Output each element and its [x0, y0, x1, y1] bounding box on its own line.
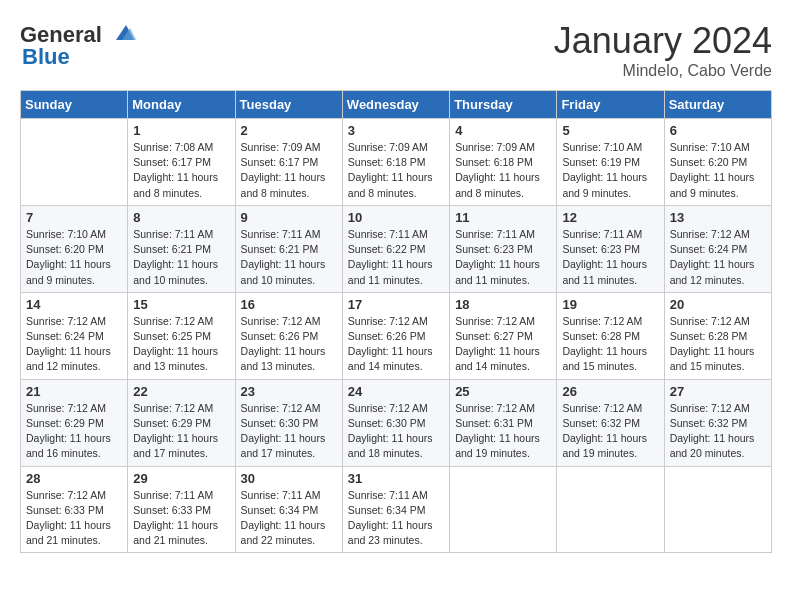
day-number: 12 [562, 210, 658, 225]
calendar-cell: 19Sunrise: 7:12 AMSunset: 6:28 PMDayligh… [557, 292, 664, 379]
day-number: 27 [670, 384, 766, 399]
day-info: Sunrise: 7:12 AMSunset: 6:26 PMDaylight:… [241, 314, 337, 375]
day-info: Sunrise: 7:11 AMSunset: 6:23 PMDaylight:… [562, 227, 658, 288]
day-number: 2 [241, 123, 337, 138]
day-info: Sunrise: 7:12 AMSunset: 6:28 PMDaylight:… [562, 314, 658, 375]
weekday-header-row: SundayMondayTuesdayWednesdayThursdayFrid… [21, 91, 772, 119]
calendar-cell: 14Sunrise: 7:12 AMSunset: 6:24 PMDayligh… [21, 292, 128, 379]
day-number: 28 [26, 471, 122, 486]
day-info: Sunrise: 7:12 AMSunset: 6:31 PMDaylight:… [455, 401, 551, 462]
day-number: 7 [26, 210, 122, 225]
day-number: 6 [670, 123, 766, 138]
weekday-header-saturday: Saturday [664, 91, 771, 119]
week-row-1: 1Sunrise: 7:08 AMSunset: 6:17 PMDaylight… [21, 119, 772, 206]
day-info: Sunrise: 7:11 AMSunset: 6:23 PMDaylight:… [455, 227, 551, 288]
day-info: Sunrise: 7:11 AMSunset: 6:22 PMDaylight:… [348, 227, 444, 288]
day-number: 14 [26, 297, 122, 312]
calendar-cell: 12Sunrise: 7:11 AMSunset: 6:23 PMDayligh… [557, 205, 664, 292]
day-info: Sunrise: 7:10 AMSunset: 6:19 PMDaylight:… [562, 140, 658, 201]
calendar-cell: 6Sunrise: 7:10 AMSunset: 6:20 PMDaylight… [664, 119, 771, 206]
day-number: 17 [348, 297, 444, 312]
day-info: Sunrise: 7:11 AMSunset: 6:21 PMDaylight:… [241, 227, 337, 288]
calendar-cell: 1Sunrise: 7:08 AMSunset: 6:17 PMDaylight… [128, 119, 235, 206]
day-number: 23 [241, 384, 337, 399]
calendar-cell: 18Sunrise: 7:12 AMSunset: 6:27 PMDayligh… [450, 292, 557, 379]
location-title: Mindelo, Cabo Verde [554, 62, 772, 80]
month-title: January 2024 [554, 20, 772, 62]
day-info: Sunrise: 7:11 AMSunset: 6:21 PMDaylight:… [133, 227, 229, 288]
calendar-cell: 16Sunrise: 7:12 AMSunset: 6:26 PMDayligh… [235, 292, 342, 379]
calendar-cell: 2Sunrise: 7:09 AMSunset: 6:17 PMDaylight… [235, 119, 342, 206]
day-number: 10 [348, 210, 444, 225]
weekday-header-wednesday: Wednesday [342, 91, 449, 119]
day-info: Sunrise: 7:12 AMSunset: 6:28 PMDaylight:… [670, 314, 766, 375]
week-row-3: 14Sunrise: 7:12 AMSunset: 6:24 PMDayligh… [21, 292, 772, 379]
calendar-cell: 5Sunrise: 7:10 AMSunset: 6:19 PMDaylight… [557, 119, 664, 206]
day-number: 31 [348, 471, 444, 486]
day-number: 4 [455, 123, 551, 138]
calendar-cell: 15Sunrise: 7:12 AMSunset: 6:25 PMDayligh… [128, 292, 235, 379]
calendar-cell: 20Sunrise: 7:12 AMSunset: 6:28 PMDayligh… [664, 292, 771, 379]
day-info: Sunrise: 7:09 AMSunset: 6:18 PMDaylight:… [455, 140, 551, 201]
calendar-cell: 8Sunrise: 7:11 AMSunset: 6:21 PMDaylight… [128, 205, 235, 292]
day-info: Sunrise: 7:12 AMSunset: 6:33 PMDaylight:… [26, 488, 122, 549]
page-header: General Blue January 2024 Mindelo, Cabo … [20, 20, 772, 80]
day-number: 8 [133, 210, 229, 225]
day-number: 16 [241, 297, 337, 312]
week-row-2: 7Sunrise: 7:10 AMSunset: 6:20 PMDaylight… [21, 205, 772, 292]
calendar-cell: 10Sunrise: 7:11 AMSunset: 6:22 PMDayligh… [342, 205, 449, 292]
calendar-cell: 30Sunrise: 7:11 AMSunset: 6:34 PMDayligh… [235, 466, 342, 553]
calendar-cell: 23Sunrise: 7:12 AMSunset: 6:30 PMDayligh… [235, 379, 342, 466]
calendar-cell: 4Sunrise: 7:09 AMSunset: 6:18 PMDaylight… [450, 119, 557, 206]
logo-blue: Blue [22, 44, 70, 70]
day-info: Sunrise: 7:12 AMSunset: 6:26 PMDaylight:… [348, 314, 444, 375]
calendar-cell [664, 466, 771, 553]
day-info: Sunrise: 7:12 AMSunset: 6:25 PMDaylight:… [133, 314, 229, 375]
week-row-4: 21Sunrise: 7:12 AMSunset: 6:29 PMDayligh… [21, 379, 772, 466]
calendar-cell: 7Sunrise: 7:10 AMSunset: 6:20 PMDaylight… [21, 205, 128, 292]
day-number: 24 [348, 384, 444, 399]
day-info: Sunrise: 7:12 AMSunset: 6:29 PMDaylight:… [133, 401, 229, 462]
day-info: Sunrise: 7:12 AMSunset: 6:29 PMDaylight:… [26, 401, 122, 462]
day-info: Sunrise: 7:12 AMSunset: 6:24 PMDaylight:… [26, 314, 122, 375]
day-info: Sunrise: 7:12 AMSunset: 6:24 PMDaylight:… [670, 227, 766, 288]
day-number: 19 [562, 297, 658, 312]
day-info: Sunrise: 7:12 AMSunset: 6:32 PMDaylight:… [562, 401, 658, 462]
calendar-cell: 25Sunrise: 7:12 AMSunset: 6:31 PMDayligh… [450, 379, 557, 466]
weekday-header-friday: Friday [557, 91, 664, 119]
calendar-cell [21, 119, 128, 206]
weekday-header-thursday: Thursday [450, 91, 557, 119]
day-info: Sunrise: 7:12 AMSunset: 6:27 PMDaylight:… [455, 314, 551, 375]
calendar-cell: 31Sunrise: 7:11 AMSunset: 6:34 PMDayligh… [342, 466, 449, 553]
title-section: January 2024 Mindelo, Cabo Verde [554, 20, 772, 80]
day-info: Sunrise: 7:11 AMSunset: 6:33 PMDaylight:… [133, 488, 229, 549]
day-number: 26 [562, 384, 658, 399]
weekday-header-sunday: Sunday [21, 91, 128, 119]
calendar-table: SundayMondayTuesdayWednesdayThursdayFrid… [20, 90, 772, 553]
calendar-cell: 27Sunrise: 7:12 AMSunset: 6:32 PMDayligh… [664, 379, 771, 466]
day-info: Sunrise: 7:11 AMSunset: 6:34 PMDaylight:… [348, 488, 444, 549]
day-number: 3 [348, 123, 444, 138]
day-info: Sunrise: 7:08 AMSunset: 6:17 PMDaylight:… [133, 140, 229, 201]
calendar-cell: 26Sunrise: 7:12 AMSunset: 6:32 PMDayligh… [557, 379, 664, 466]
day-number: 29 [133, 471, 229, 486]
day-info: Sunrise: 7:09 AMSunset: 6:18 PMDaylight:… [348, 140, 444, 201]
day-number: 9 [241, 210, 337, 225]
day-number: 20 [670, 297, 766, 312]
calendar-cell: 24Sunrise: 7:12 AMSunset: 6:30 PMDayligh… [342, 379, 449, 466]
day-info: Sunrise: 7:10 AMSunset: 6:20 PMDaylight:… [670, 140, 766, 201]
day-number: 18 [455, 297, 551, 312]
weekday-header-monday: Monday [128, 91, 235, 119]
calendar-cell: 29Sunrise: 7:11 AMSunset: 6:33 PMDayligh… [128, 466, 235, 553]
logo-icon [106, 20, 136, 50]
day-number: 1 [133, 123, 229, 138]
day-number: 30 [241, 471, 337, 486]
day-number: 13 [670, 210, 766, 225]
day-number: 11 [455, 210, 551, 225]
day-number: 22 [133, 384, 229, 399]
day-info: Sunrise: 7:12 AMSunset: 6:32 PMDaylight:… [670, 401, 766, 462]
week-row-5: 28Sunrise: 7:12 AMSunset: 6:33 PMDayligh… [21, 466, 772, 553]
calendar-cell: 21Sunrise: 7:12 AMSunset: 6:29 PMDayligh… [21, 379, 128, 466]
calendar-cell: 9Sunrise: 7:11 AMSunset: 6:21 PMDaylight… [235, 205, 342, 292]
day-info: Sunrise: 7:10 AMSunset: 6:20 PMDaylight:… [26, 227, 122, 288]
